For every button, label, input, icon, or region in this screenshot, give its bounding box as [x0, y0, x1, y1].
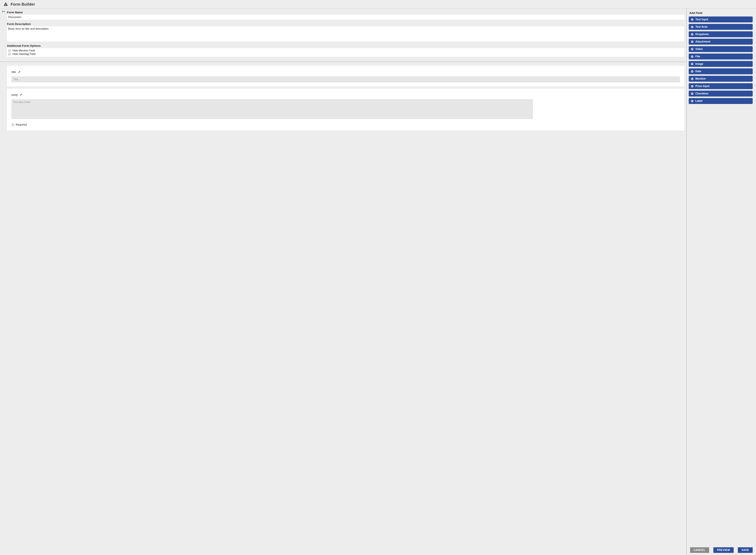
add-field-button-label: Video: [695, 47, 703, 51]
plus-circle-icon: [691, 18, 694, 21]
edit-field-icon[interactable]: [20, 93, 22, 96]
app-title: Form Builder: [11, 2, 35, 7]
fields-area: title body: [0, 66, 687, 131]
form-meta-area: Form Name Form Description Additional Fo…: [0, 9, 687, 62]
add-field-list: Text InputText AreaDropdownAttachmentVid…: [689, 16, 753, 104]
field-name-label: body: [11, 93, 18, 96]
app-header: Form Builder: [0, 0, 756, 9]
option-label: Hide Hashtag Field: [12, 52, 36, 56]
collapse-panel-icon[interactable]: [2, 10, 5, 13]
checkbox-required[interactable]: [11, 124, 14, 126]
add-field-button[interactable]: Price Input: [689, 83, 753, 89]
app-root: Form Builder Form Name Form Description: [0, 0, 756, 555]
plus-circle-icon: [691, 85, 694, 88]
add-field-button[interactable]: Text Input: [689, 16, 753, 23]
add-field-title: Add Field: [689, 11, 752, 15]
form-name-panel: [7, 15, 684, 20]
add-field-button-label: Mention: [695, 77, 706, 80]
add-field-button[interactable]: File: [689, 53, 753, 59]
plus-circle-icon: [691, 78, 694, 80]
add-field-button-label: Price Input: [695, 85, 709, 88]
add-field-button[interactable]: Image: [689, 61, 753, 67]
field-body-textarea[interactable]: [11, 99, 533, 119]
plus-circle-icon: [691, 55, 694, 58]
add-field-button[interactable]: Date: [689, 69, 753, 74]
plus-circle-icon: [691, 62, 694, 66]
form-options-panel: Hide Mention Field Hide Hashtag Field: [7, 48, 684, 57]
field-name-label: title: [11, 70, 16, 74]
field-card-title: title: [7, 66, 684, 87]
field-header: title: [11, 70, 680, 74]
cancel-button[interactable]: CANCEL: [690, 547, 709, 553]
add-field-button-label: Text Area: [695, 25, 707, 29]
add-field-button-label: Text Input: [695, 18, 708, 21]
plus-circle-icon: [691, 92, 694, 95]
plus-circle-icon: [691, 100, 694, 102]
plus-circle-icon: [691, 40, 694, 43]
add-field-button-label: Image: [695, 62, 703, 66]
action-row: CANCEL PREVIEW SAVE: [689, 545, 753, 553]
add-field-button-label: Attachment: [695, 40, 710, 43]
add-field-button-label: File: [695, 55, 700, 58]
left-pane: Form Name Form Description Additional Fo…: [0, 9, 687, 555]
plus-circle-icon: [691, 48, 694, 50]
add-field-button[interactable]: Label: [689, 98, 753, 104]
option-label: Hide Mention Field: [12, 49, 35, 52]
right-pane: Add Field Text InputText AreaDropdownAtt…: [687, 9, 756, 555]
plus-circle-icon: [691, 26, 694, 28]
field-header: body: [11, 93, 680, 96]
field-card-body: body Required: [7, 89, 684, 131]
add-field-button-label: Checkbox: [695, 92, 708, 95]
add-field-button[interactable]: Text Area: [689, 24, 753, 30]
add-field-button[interactable]: Attachment: [689, 39, 753, 45]
preview-button[interactable]: PREVIEW: [713, 547, 734, 553]
required-row: Required: [11, 123, 680, 126]
form-desc-input[interactable]: [8, 27, 683, 40]
add-field-button-label: Label: [695, 99, 703, 102]
checkbox-hide-mention[interactable]: [8, 49, 11, 52]
form-options-label: Additional Form Options: [7, 44, 684, 47]
add-field-button-label: Date: [695, 70, 701, 73]
add-field-button[interactable]: Checkbox: [689, 91, 753, 96]
checkbox-hide-hashtag[interactable]: [8, 53, 11, 55]
form-desc-label: Form Description: [7, 23, 684, 26]
add-field-button[interactable]: Mention: [689, 76, 753, 82]
form-desc-panel: [7, 26, 684, 41]
edit-field-icon[interactable]: [18, 70, 21, 74]
option-row: Hide Mention Field: [8, 49, 683, 52]
add-field-button-label: Dropdown: [695, 33, 709, 36]
plus-circle-icon: [691, 70, 694, 73]
main-area: Form Name Form Description Additional Fo…: [0, 9, 756, 555]
plus-circle-icon: [691, 33, 694, 36]
form-name-label: Form Name: [7, 11, 684, 14]
required-label: Required: [16, 123, 27, 126]
field-title-input[interactable]: [11, 76, 680, 82]
add-field-button[interactable]: Dropdown: [689, 31, 753, 37]
app-logo-icon: [3, 2, 8, 7]
add-field-button[interactable]: Video: [689, 46, 753, 52]
option-row: Hide Hashtag Field: [8, 52, 683, 56]
form-name-input[interactable]: [8, 15, 683, 19]
save-button[interactable]: SAVE: [738, 547, 753, 553]
